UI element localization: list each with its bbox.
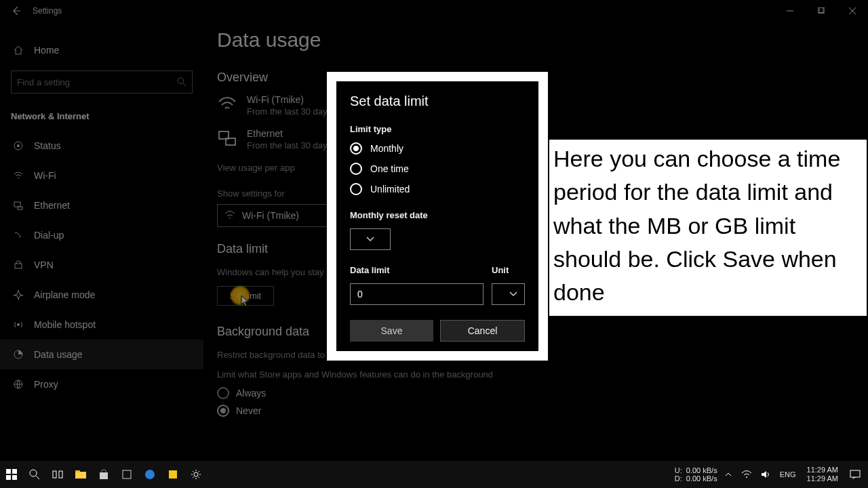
svg-rect-17 bbox=[6, 469, 11, 474]
limit-type-monthly-label: Monthly bbox=[370, 143, 403, 154]
task-view-button[interactable] bbox=[46, 461, 69, 488]
taskbar: U: D: 0.00 kB/s 0.00 kB/s ENG 11:29 AM 1… bbox=[0, 461, 868, 488]
limit-type-unlimited-label: Unlimited bbox=[370, 184, 410, 195]
svg-rect-23 bbox=[53, 471, 56, 478]
svg-rect-25 bbox=[75, 472, 86, 479]
radio-icon bbox=[350, 163, 362, 175]
unit-select[interactable] bbox=[492, 283, 525, 305]
svg-rect-33 bbox=[850, 470, 860, 477]
svg-point-31 bbox=[194, 472, 198, 476]
taskbar-browser[interactable] bbox=[138, 461, 161, 488]
net-up: 0.00 kB/s bbox=[686, 466, 717, 474]
net-speed-indicator: 0.00 kB/s 0.00 kB/s bbox=[686, 466, 717, 483]
reset-date-select[interactable] bbox=[350, 228, 391, 250]
taskbar-app2[interactable] bbox=[161, 461, 184, 488]
drives-indicator: U: D: bbox=[675, 466, 682, 483]
limit-type-onetime-label: One time bbox=[370, 163, 409, 174]
tray-clock[interactable]: 11:29 AM 11:29 AM bbox=[803, 466, 842, 483]
svg-rect-27 bbox=[100, 472, 108, 479]
chevron-down-icon bbox=[366, 237, 374, 242]
instruction-note: Here you can choose a time period for th… bbox=[549, 140, 867, 316]
taskbar-explorer[interactable] bbox=[69, 461, 92, 488]
svg-rect-20 bbox=[12, 475, 17, 480]
radio-icon bbox=[350, 142, 362, 155]
svg-rect-30 bbox=[169, 470, 177, 479]
data-limit-field-label: Data limit bbox=[350, 265, 484, 275]
data-limit-input[interactable] bbox=[350, 283, 484, 305]
limit-type-monthly[interactable]: Monthly bbox=[350, 142, 525, 155]
radio-icon bbox=[350, 183, 362, 195]
tray-time: 11:29 AM bbox=[807, 466, 838, 474]
svg-line-22 bbox=[36, 476, 39, 479]
svg-rect-19 bbox=[6, 475, 11, 480]
taskbar-settings[interactable] bbox=[184, 461, 208, 488]
svg-point-32 bbox=[746, 476, 747, 478]
svg-rect-26 bbox=[75, 470, 80, 472]
tray-volume-icon[interactable] bbox=[758, 461, 773, 488]
tray-lang[interactable]: ENG bbox=[777, 470, 799, 479]
svg-rect-18 bbox=[12, 469, 17, 474]
limit-type-onetime[interactable]: One time bbox=[350, 163, 525, 175]
taskbar-app1[interactable] bbox=[115, 461, 138, 488]
drive-u: U: bbox=[675, 466, 682, 474]
dialog-title: Set data limit bbox=[350, 94, 525, 109]
svg-rect-28 bbox=[123, 470, 131, 479]
start-button[interactable] bbox=[0, 461, 23, 488]
unit-label: Unit bbox=[492, 265, 525, 275]
taskbar-search[interactable] bbox=[23, 461, 46, 488]
cancel-label: Cancel bbox=[468, 325, 498, 336]
set-data-limit-dialog: Set data limit Limit type Monthly One ti… bbox=[327, 72, 548, 361]
tray-up-icon[interactable] bbox=[722, 461, 735, 488]
svg-point-29 bbox=[145, 470, 155, 479]
limit-type-label: Limit type bbox=[350, 124, 525, 134]
taskbar-store[interactable] bbox=[92, 461, 115, 488]
reset-date-label: Monthly reset date bbox=[350, 210, 525, 220]
drive-d: D: bbox=[675, 474, 682, 483]
svg-point-21 bbox=[30, 470, 37, 476]
save-label: Save bbox=[381, 325, 403, 336]
action-center-button[interactable] bbox=[846, 461, 864, 488]
tray-network-icon[interactable] bbox=[739, 461, 754, 488]
save-button[interactable]: Save bbox=[350, 320, 433, 342]
cancel-button[interactable]: Cancel bbox=[440, 320, 525, 342]
net-down: 0.00 kB/s bbox=[686, 474, 717, 483]
svg-rect-24 bbox=[59, 471, 62, 478]
chevron-down-icon bbox=[509, 291, 517, 297]
tray-date: 11:29 AM bbox=[807, 474, 838, 483]
limit-type-unlimited[interactable]: Unlimited bbox=[350, 183, 525, 195]
